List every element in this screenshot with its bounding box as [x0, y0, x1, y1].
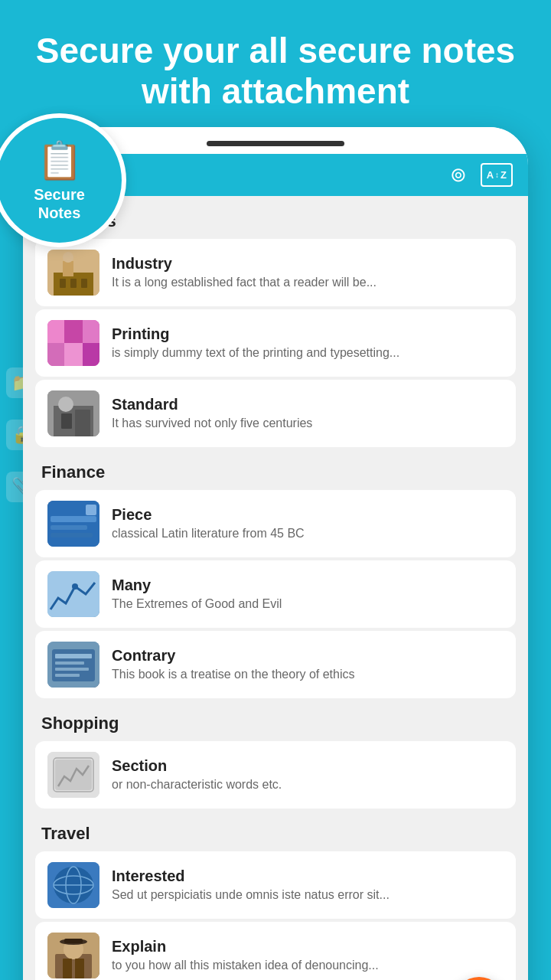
note-interested[interactable]: Interested Sed ut perspiciatis unde omni…: [35, 851, 516, 919]
note-contrary-subtitle: This book is a treatise on the theory of…: [112, 668, 504, 681]
svg-point-25: [72, 583, 78, 590]
note-explain-title: Explain: [112, 938, 504, 956]
note-printing-content: Printing is simply dummy text of the pri…: [112, 325, 504, 360]
note-printing-title: Printing: [112, 325, 504, 343]
hero-title: Secure your all secure notes with attach…: [0, 0, 551, 127]
svg-rect-29: [55, 662, 84, 665]
thumbnail-many: [47, 571, 99, 617]
thumbnail-interested: [47, 862, 99, 908]
note-interested-content: Interested Sed ut perspiciatis unde omni…: [112, 867, 504, 902]
note-explain[interactable]: Explain to you how all this mistaken ide…: [35, 922, 516, 980]
svg-rect-2: [63, 261, 73, 276]
note-industry-title: Industry: [112, 255, 504, 273]
note-piece-content: Piece classical Latin literature from 45…: [112, 506, 504, 541]
note-printing-subtitle: is simply dummy text of the printing and…: [112, 346, 504, 360]
category-travel: Travel: [23, 808, 528, 851]
svg-rect-30: [55, 668, 89, 671]
svg-rect-28: [55, 654, 92, 658]
note-industry-subtitle: It is a long established fact that a rea…: [112, 276, 504, 289]
note-section-subtitle: or non-characteristic words etc.: [112, 778, 504, 792]
note-many-title: Many: [112, 577, 504, 594]
svg-rect-8: [47, 320, 64, 343]
svg-rect-47: [64, 939, 83, 943]
travel-notes-list: Interested Sed ut perspiciatis unde omni…: [23, 851, 528, 980]
svg-rect-44: [75, 959, 84, 978]
note-industry[interactable]: Industry It is a long established fact t…: [35, 239, 516, 306]
svg-rect-4: [60, 279, 66, 288]
svg-rect-22: [51, 533, 93, 537]
notch-bar: [207, 141, 344, 146]
finance-notes-list: Piece classical Latin literature from 45…: [23, 490, 528, 698]
thumbnail-printing: [47, 320, 99, 366]
svg-rect-18: [75, 410, 90, 436]
note-section-content: Section or non-characteristic words etc.: [112, 757, 504, 792]
note-many-subtitle: The Extremes of Good and Evil: [112, 597, 504, 611]
svg-rect-17: [61, 413, 72, 429]
note-explain-content: Explain to you how all this mistaken ide…: [112, 938, 504, 972]
thumbnail-industry: [47, 250, 99, 296]
svg-rect-5: [70, 279, 77, 288]
note-section[interactable]: Section or non-characteristic words etc.: [35, 741, 516, 808]
sort-az-icon[interactable]: A ↕ Z: [481, 163, 513, 187]
phone-frame: ⊚ A ↕ Z Business: [23, 127, 528, 980]
svg-rect-43: [63, 959, 72, 978]
svg-rect-10: [83, 320, 99, 343]
note-contrary[interactable]: Contrary This book is a treatise on the …: [35, 631, 516, 698]
svg-rect-21: [51, 525, 87, 530]
header-icons: ⊚ A ↕ Z: [450, 163, 513, 187]
thumbnail-standard: [47, 390, 99, 436]
note-contrary-title: Contrary: [112, 647, 504, 665]
svg-rect-9: [64, 320, 83, 343]
note-interested-subtitle: Sed ut perspiciatis unde omnis iste natu…: [112, 888, 504, 902]
note-interested-title: Interested: [112, 867, 504, 885]
svg-point-3: [63, 252, 73, 263]
search-icon[interactable]: ⊚: [450, 163, 467, 187]
svg-rect-11: [47, 343, 64, 366]
logo-label: Secure Notes: [34, 185, 85, 222]
svg-rect-24: [47, 571, 99, 617]
shopping-notes-list: Section or non-characteristic words etc.: [23, 741, 528, 808]
business-notes-list: Industry It is a long established fact t…: [23, 239, 528, 447]
note-contrary-content: Contrary This book is a treatise on the …: [112, 647, 504, 681]
app-body: Business Industry It is a l: [23, 196, 528, 980]
note-standard-subtitle: It has survived not only five centuries: [112, 416, 504, 430]
note-piece-title: Piece: [112, 506, 504, 524]
note-piece-subtitle: classical Latin literature from 45 BC: [112, 527, 504, 541]
note-industry-content: Industry It is a long established fact t…: [112, 255, 504, 289]
logo-icon: 📋: [37, 139, 83, 182]
svg-rect-31: [55, 674, 80, 677]
note-printing[interactable]: Printing is simply dummy text of the pri…: [35, 309, 516, 377]
note-standard-content: Standard It has survived not only five c…: [112, 396, 504, 430]
note-section-title: Section: [112, 757, 504, 775]
note-explain-subtitle: to you how all this mistaken idea of den…: [112, 959, 504, 972]
thumbnail-section: [47, 752, 99, 798]
note-standard[interactable]: Standard It has survived not only five c…: [35, 380, 516, 447]
svg-point-16: [58, 397, 73, 412]
category-shopping: Shopping: [23, 698, 528, 741]
note-many[interactable]: Many The Extremes of Good and Evil: [35, 560, 516, 628]
thumbnail-contrary: [47, 642, 99, 688]
note-standard-title: Standard: [112, 396, 504, 413]
thumbnail-explain: [47, 933, 99, 978]
note-piece[interactable]: Piece classical Latin literature from 45…: [35, 490, 516, 557]
category-finance: Finance: [23, 447, 528, 490]
svg-rect-13: [83, 343, 99, 366]
note-many-content: Many The Extremes of Good and Evil: [112, 577, 504, 611]
svg-rect-20: [51, 516, 96, 522]
svg-rect-23: [86, 505, 96, 515]
svg-rect-12: [64, 343, 83, 366]
thumbnail-piece: [47, 501, 99, 547]
svg-rect-6: [81, 279, 87, 288]
